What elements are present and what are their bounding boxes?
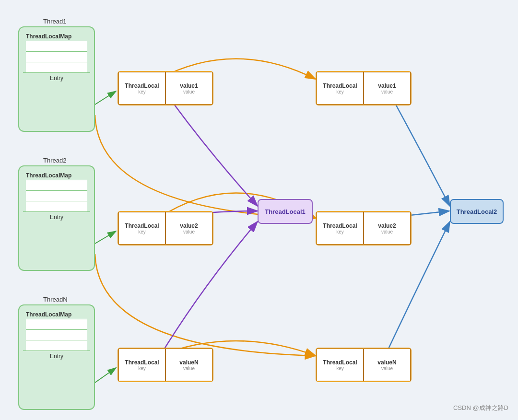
watermark: CSDN @成神之路D xyxy=(453,404,508,412)
entry-right-1-key-text: ThreadLocal xyxy=(323,82,357,89)
entry-left-1-key: ThreadLocal key xyxy=(118,72,165,105)
entry-left-N-key: ThreadLocal key xyxy=(118,349,165,381)
entry-right-1-val-text: value1 xyxy=(378,82,396,89)
svg-line-6 xyxy=(95,368,116,383)
entry-left-N: ThreadLocal key valueN value xyxy=(118,348,213,382)
entry-left-2-key-sub: key xyxy=(138,229,146,234)
thread2-row2 xyxy=(26,190,87,201)
svg-line-4 xyxy=(95,91,116,105)
entry-left-1-val-sub: value xyxy=(183,89,195,94)
entry-left-N-val-text: valueN xyxy=(179,359,198,366)
entry-left-N-key-text: ThreadLocal xyxy=(125,359,159,366)
entry-right-N-val-text: valueN xyxy=(377,359,396,366)
entry-right-2-key-text: ThreadLocal xyxy=(323,222,357,229)
entry-left-2-key-text: ThreadLocal xyxy=(125,222,159,229)
thread1-row2 xyxy=(26,51,87,62)
thread2-row1 xyxy=(26,180,87,190)
entry-right-1-key: ThreadLocal key xyxy=(317,72,364,105)
entry-right-N-key: ThreadLocal key xyxy=(317,349,364,381)
entry-left-1-value: value1 value xyxy=(165,72,212,105)
thread1-label: Thread1 xyxy=(43,18,66,25)
thread2-map-title: ThreadLocalMap xyxy=(23,170,90,180)
entry-right-1-val-sub: value xyxy=(381,89,393,94)
thread1-row3 xyxy=(26,62,87,72)
entry-left-2-val-sub: value xyxy=(183,229,195,234)
entry-left-1: ThreadLocal key value1 value xyxy=(118,71,213,105)
entry-right-1-value: value1 value xyxy=(364,72,411,105)
entry-right-N: ThreadLocal key valueN value xyxy=(316,348,412,382)
entry-right-N-value: valueN value xyxy=(364,349,411,381)
threadlocal1-box: ThreadLocal1 xyxy=(258,199,313,224)
thread2-label: Thread2 xyxy=(43,157,66,164)
entry-right-2-val-text: value2 xyxy=(378,222,396,229)
entry-right-N-key-text: ThreadLocal xyxy=(323,359,357,366)
thread2-group: Thread2 ThreadLocalMap Entry xyxy=(18,165,95,271)
entry-right-N-key-sub: key xyxy=(336,366,344,371)
threadN-map-title: ThreadLocalMap xyxy=(23,309,90,319)
thread1-map-title: ThreadLocalMap xyxy=(23,31,90,41)
threadN-label: ThreadN xyxy=(43,296,68,303)
entry-right-1-key-sub: key xyxy=(336,89,344,94)
entry-left-N-val-sub: value xyxy=(183,366,195,371)
threadlocal2-box: ThreadLocal2 xyxy=(450,199,504,224)
entry-left-1-key-sub: key xyxy=(138,89,146,94)
entry-left-1-val-text: value1 xyxy=(180,82,198,89)
entry-right-1: ThreadLocal key value1 value xyxy=(316,71,412,105)
entry-right-N-val-sub: value xyxy=(381,366,393,371)
entry-left-2-val-text: value2 xyxy=(180,222,198,229)
threadN-entry: Entry xyxy=(23,350,90,362)
entry-left-N-key-sub: key xyxy=(138,366,146,371)
thread1-entry: Entry xyxy=(23,72,90,83)
thread2-entry: Entry xyxy=(23,211,90,222)
threadN-group: ThreadN ThreadLocalMap Entry xyxy=(18,304,95,410)
entry-left-2-key: ThreadLocal key xyxy=(118,212,165,245)
entry-left-N-value: valueN value xyxy=(165,349,212,381)
entry-left-1-key-text: ThreadLocal xyxy=(125,82,159,89)
threadN-row3 xyxy=(26,340,87,350)
entry-right-2-value: value2 value xyxy=(364,212,411,245)
entry-left-2: ThreadLocal key value2 value xyxy=(118,211,213,245)
thread2-row3 xyxy=(26,201,87,211)
threadN-row1 xyxy=(26,319,87,329)
diagram-container: Thread1 ThreadLocalMap Entry Thread2 Thr… xyxy=(0,0,518,420)
threadlocal2-label: ThreadLocal2 xyxy=(457,208,497,215)
threadlocal1-label: ThreadLocal1 xyxy=(265,208,306,215)
thread1-row1 xyxy=(26,41,87,51)
entry-right-2-key: ThreadLocal key xyxy=(317,212,364,245)
thread1-group: Thread1 ThreadLocalMap Entry xyxy=(18,26,95,132)
entry-right-2-key-sub: key xyxy=(336,229,344,234)
entry-right-2: ThreadLocal key value2 value xyxy=(316,211,412,245)
entry-left-2-value: value2 value xyxy=(165,212,212,245)
threadN-row2 xyxy=(26,329,87,340)
entry-right-2-val-sub: value xyxy=(381,229,393,234)
svg-line-5 xyxy=(95,231,116,244)
